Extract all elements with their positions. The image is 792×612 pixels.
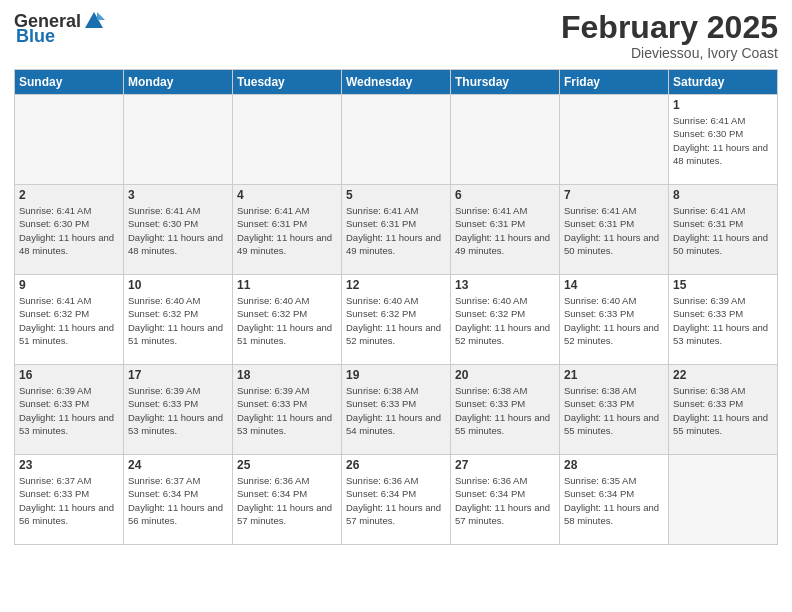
- day-info: Sunrise: 6:41 AM Sunset: 6:30 PM Dayligh…: [19, 204, 119, 257]
- day-number: 17: [128, 368, 228, 382]
- table-row: 26Sunrise: 6:36 AM Sunset: 6:34 PM Dayli…: [342, 455, 451, 545]
- table-row: [560, 95, 669, 185]
- table-row: 20Sunrise: 6:38 AM Sunset: 6:33 PM Dayli…: [451, 365, 560, 455]
- day-number: 23: [19, 458, 119, 472]
- day-number: 4: [237, 188, 337, 202]
- day-info: Sunrise: 6:40 AM Sunset: 6:32 PM Dayligh…: [237, 294, 337, 347]
- table-row: 3Sunrise: 6:41 AM Sunset: 6:30 PM Daylig…: [124, 185, 233, 275]
- table-row: 23Sunrise: 6:37 AM Sunset: 6:33 PM Dayli…: [15, 455, 124, 545]
- day-number: 8: [673, 188, 773, 202]
- calendar-week-row: 2Sunrise: 6:41 AM Sunset: 6:30 PM Daylig…: [15, 185, 778, 275]
- table-row: 19Sunrise: 6:38 AM Sunset: 6:33 PM Dayli…: [342, 365, 451, 455]
- table-row: 16Sunrise: 6:39 AM Sunset: 6:33 PM Dayli…: [15, 365, 124, 455]
- day-number: 25: [237, 458, 337, 472]
- day-number: 3: [128, 188, 228, 202]
- day-info: Sunrise: 6:39 AM Sunset: 6:33 PM Dayligh…: [19, 384, 119, 437]
- table-row: 17Sunrise: 6:39 AM Sunset: 6:33 PM Dayli…: [124, 365, 233, 455]
- day-info: Sunrise: 6:36 AM Sunset: 6:34 PM Dayligh…: [455, 474, 555, 527]
- table-row: [451, 95, 560, 185]
- day-info: Sunrise: 6:40 AM Sunset: 6:33 PM Dayligh…: [564, 294, 664, 347]
- calendar-header-row: Sunday Monday Tuesday Wednesday Thursday…: [15, 70, 778, 95]
- day-info: Sunrise: 6:41 AM Sunset: 6:31 PM Dayligh…: [455, 204, 555, 257]
- table-row: 24Sunrise: 6:37 AM Sunset: 6:34 PM Dayli…: [124, 455, 233, 545]
- day-info: Sunrise: 6:41 AM Sunset: 6:31 PM Dayligh…: [346, 204, 446, 257]
- day-info: Sunrise: 6:35 AM Sunset: 6:34 PM Dayligh…: [564, 474, 664, 527]
- col-wednesday: Wednesday: [342, 70, 451, 95]
- page-title: February 2025: [561, 10, 778, 45]
- table-row: [233, 95, 342, 185]
- table-row: 12Sunrise: 6:40 AM Sunset: 6:32 PM Dayli…: [342, 275, 451, 365]
- day-number: 26: [346, 458, 446, 472]
- day-info: Sunrise: 6:41 AM Sunset: 6:31 PM Dayligh…: [673, 204, 773, 257]
- table-row: 28Sunrise: 6:35 AM Sunset: 6:34 PM Dayli…: [560, 455, 669, 545]
- day-number: 27: [455, 458, 555, 472]
- day-number: 9: [19, 278, 119, 292]
- col-saturday: Saturday: [669, 70, 778, 95]
- day-number: 15: [673, 278, 773, 292]
- table-row: 1Sunrise: 6:41 AM Sunset: 6:30 PM Daylig…: [669, 95, 778, 185]
- table-row: 7Sunrise: 6:41 AM Sunset: 6:31 PM Daylig…: [560, 185, 669, 275]
- calendar-week-row: 1Sunrise: 6:41 AM Sunset: 6:30 PM Daylig…: [15, 95, 778, 185]
- table-row: 22Sunrise: 6:38 AM Sunset: 6:33 PM Dayli…: [669, 365, 778, 455]
- day-number: 1: [673, 98, 773, 112]
- table-row: [342, 95, 451, 185]
- day-number: 12: [346, 278, 446, 292]
- day-info: Sunrise: 6:41 AM Sunset: 6:30 PM Dayligh…: [128, 204, 228, 257]
- day-info: Sunrise: 6:38 AM Sunset: 6:33 PM Dayligh…: [673, 384, 773, 437]
- calendar-week-row: 9Sunrise: 6:41 AM Sunset: 6:32 PM Daylig…: [15, 275, 778, 365]
- col-sunday: Sunday: [15, 70, 124, 95]
- table-row: 5Sunrise: 6:41 AM Sunset: 6:31 PM Daylig…: [342, 185, 451, 275]
- table-row: 8Sunrise: 6:41 AM Sunset: 6:31 PM Daylig…: [669, 185, 778, 275]
- day-info: Sunrise: 6:40 AM Sunset: 6:32 PM Dayligh…: [128, 294, 228, 347]
- col-friday: Friday: [560, 70, 669, 95]
- table-row: 2Sunrise: 6:41 AM Sunset: 6:30 PM Daylig…: [15, 185, 124, 275]
- day-info: Sunrise: 6:36 AM Sunset: 6:34 PM Dayligh…: [346, 474, 446, 527]
- logo-icon: [83, 10, 105, 32]
- day-info: Sunrise: 6:39 AM Sunset: 6:33 PM Dayligh…: [128, 384, 228, 437]
- day-number: 21: [564, 368, 664, 382]
- day-info: Sunrise: 6:40 AM Sunset: 6:32 PM Dayligh…: [455, 294, 555, 347]
- calendar-week-row: 16Sunrise: 6:39 AM Sunset: 6:33 PM Dayli…: [15, 365, 778, 455]
- day-number: 7: [564, 188, 664, 202]
- col-monday: Monday: [124, 70, 233, 95]
- logo: General Blue: [14, 10, 105, 47]
- day-number: 2: [19, 188, 119, 202]
- day-info: Sunrise: 6:37 AM Sunset: 6:33 PM Dayligh…: [19, 474, 119, 527]
- table-row: [15, 95, 124, 185]
- day-number: 19: [346, 368, 446, 382]
- day-number: 10: [128, 278, 228, 292]
- table-row: 13Sunrise: 6:40 AM Sunset: 6:32 PM Dayli…: [451, 275, 560, 365]
- title-block: February 2025 Dieviessou, Ivory Coast: [561, 10, 778, 61]
- table-row: 6Sunrise: 6:41 AM Sunset: 6:31 PM Daylig…: [451, 185, 560, 275]
- day-info: Sunrise: 6:41 AM Sunset: 6:30 PM Dayligh…: [673, 114, 773, 167]
- table-row: 11Sunrise: 6:40 AM Sunset: 6:32 PM Dayli…: [233, 275, 342, 365]
- day-number: 22: [673, 368, 773, 382]
- table-row: 21Sunrise: 6:38 AM Sunset: 6:33 PM Dayli…: [560, 365, 669, 455]
- day-number: 13: [455, 278, 555, 292]
- table-row: 15Sunrise: 6:39 AM Sunset: 6:33 PM Dayli…: [669, 275, 778, 365]
- calendar-table: Sunday Monday Tuesday Wednesday Thursday…: [14, 69, 778, 545]
- day-info: Sunrise: 6:38 AM Sunset: 6:33 PM Dayligh…: [564, 384, 664, 437]
- day-number: 5: [346, 188, 446, 202]
- day-number: 20: [455, 368, 555, 382]
- col-thursday: Thursday: [451, 70, 560, 95]
- table-row: 4Sunrise: 6:41 AM Sunset: 6:31 PM Daylig…: [233, 185, 342, 275]
- day-info: Sunrise: 6:38 AM Sunset: 6:33 PM Dayligh…: [455, 384, 555, 437]
- day-info: Sunrise: 6:41 AM Sunset: 6:31 PM Dayligh…: [237, 204, 337, 257]
- table-row: 14Sunrise: 6:40 AM Sunset: 6:33 PM Dayli…: [560, 275, 669, 365]
- day-number: 6: [455, 188, 555, 202]
- day-info: Sunrise: 6:38 AM Sunset: 6:33 PM Dayligh…: [346, 384, 446, 437]
- day-info: Sunrise: 6:39 AM Sunset: 6:33 PM Dayligh…: [673, 294, 773, 347]
- col-tuesday: Tuesday: [233, 70, 342, 95]
- day-number: 14: [564, 278, 664, 292]
- day-info: Sunrise: 6:41 AM Sunset: 6:32 PM Dayligh…: [19, 294, 119, 347]
- logo-blue: Blue: [16, 26, 55, 47]
- page: General Blue February 2025 Dieviessou, I…: [0, 0, 792, 612]
- day-number: 28: [564, 458, 664, 472]
- table-row: 18Sunrise: 6:39 AM Sunset: 6:33 PM Dayli…: [233, 365, 342, 455]
- table-row: 9Sunrise: 6:41 AM Sunset: 6:32 PM Daylig…: [15, 275, 124, 365]
- day-number: 18: [237, 368, 337, 382]
- table-row: 25Sunrise: 6:36 AM Sunset: 6:34 PM Dayli…: [233, 455, 342, 545]
- day-number: 16: [19, 368, 119, 382]
- page-subtitle: Dieviessou, Ivory Coast: [561, 45, 778, 61]
